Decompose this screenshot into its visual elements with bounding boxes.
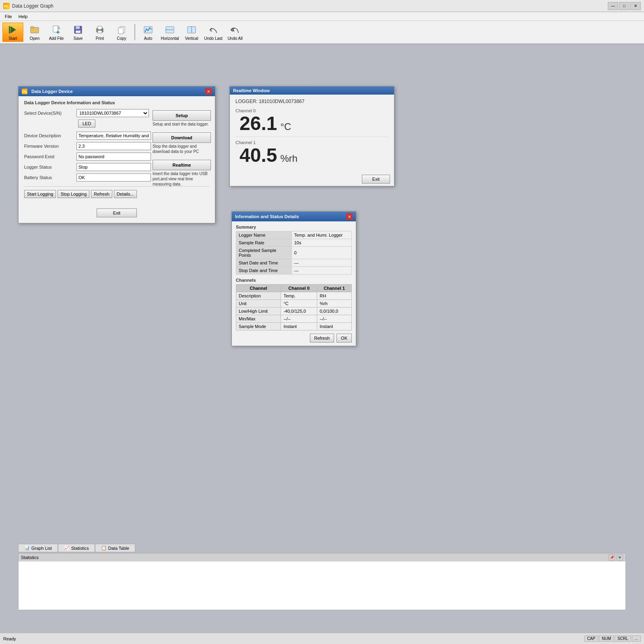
dld-close-button[interactable]: ✕: [205, 88, 212, 95]
isd-close-button[interactable]: ✕: [346, 213, 353, 220]
download-description: Stop the data logger and download data t…: [153, 144, 211, 154]
add-file-icon: [51, 24, 62, 35]
realtime-button[interactable]: Realtime: [153, 160, 211, 170]
close-button[interactable]: ✕: [630, 2, 641, 10]
toolbar-add-file[interactable]: Add File: [46, 23, 67, 42]
device-description-label: Device Description: [24, 133, 76, 138]
toolbar-save[interactable]: Save: [68, 23, 89, 42]
setup-group: Setup Setup and start the data logger.: [153, 110, 211, 127]
stats-title: Statistics: [21, 555, 39, 560]
minimize-button[interactable]: —: [608, 2, 618, 10]
start-date-label: Start Date and Time: [236, 259, 292, 267]
rt-titlebar: Realtime Window: [230, 87, 394, 95]
stop-date-label: Stop Date and Time: [236, 267, 292, 275]
channel-table: Channel Channel 0 Channel 1 Description …: [236, 284, 352, 330]
start-logging-button[interactable]: Start Logging: [24, 190, 56, 198]
rt-title: Realtime Window: [233, 88, 270, 93]
stats-close-button[interactable]: ✕: [617, 554, 623, 561]
isd-content: Summary Logger Name Temp. and Humi. Logg…: [232, 221, 356, 346]
num-indicator: NUM: [599, 636, 614, 642]
menu-help[interactable]: Help: [15, 13, 31, 20]
svg-marker-6: [58, 26, 60, 29]
isd-ok-button[interactable]: OK: [336, 334, 352, 343]
toolbar-horizontal[interactable]: Horizontal: [159, 23, 180, 42]
svg-rect-3: [31, 27, 34, 28]
details-button[interactable]: Details...: [114, 190, 137, 198]
sample-rate-label: Sample Rate: [236, 239, 292, 247]
horizontal-icon: [164, 24, 175, 35]
toolbar-undo-all[interactable]: Undo All: [225, 23, 246, 42]
rt-content: LOGGER: 181010DWL0073867 Channel 0 26.1 …: [230, 95, 394, 172]
logger-status-field[interactable]: [76, 163, 151, 171]
start-icon: [7, 24, 19, 35]
ch1-unit: %rh: [317, 300, 352, 308]
device-select-label: Select Device(S/N): [24, 111, 76, 116]
channel-1-header: Channel 1: [317, 285, 352, 292]
status-bar: Ready CAP NUM SCRL ...: [0, 633, 644, 644]
menu-file[interactable]: File: [2, 13, 15, 20]
setup-description: Setup and start the data logger.: [153, 122, 211, 127]
table-row: Unit °C %rh: [236, 300, 352, 308]
open-icon: [29, 24, 40, 35]
undo-last-icon: [208, 24, 219, 35]
ch0-low-high: -40,0/125,0: [281, 308, 317, 315]
rt-channel-1-unit: %rh: [280, 153, 297, 164]
toolbar-vertical[interactable]: Vertical: [181, 23, 202, 42]
battery-status-field[interactable]: [76, 173, 151, 182]
toolbar-undo-last[interactable]: Undo Last: [203, 23, 224, 42]
copy-icon: [116, 24, 127, 35]
table-row: Logger Name Temp. and Humi. Logger: [236, 231, 352, 239]
menu-bar: File Help: [0, 12, 644, 21]
window-controls: — □ ✕: [608, 2, 641, 10]
channel-col-header: Channel: [236, 285, 281, 292]
toolbar-print[interactable]: Print: [89, 23, 110, 42]
table-row: Stop Date and Time ---: [236, 267, 352, 275]
status-indicators: CAP NUM SCRL ...: [584, 636, 641, 642]
completed-sample-points-label: Completed Sample Points: [236, 247, 292, 259]
toolbar-copy[interactable]: Copy: [111, 23, 132, 42]
table-row: Start Date and Time ---: [236, 259, 352, 267]
realtime-group: Realtime Insert the data logger into USB…: [153, 160, 211, 187]
led-button[interactable]: LED: [78, 120, 95, 128]
summary-header: Summary: [236, 225, 352, 229]
maximize-button[interactable]: □: [619, 2, 630, 10]
data-table-icon: 📋: [101, 545, 107, 551]
device-select[interactable]: 181010DWL0073867: [76, 109, 149, 117]
bottom-tabs: 📊 Graph List 📈 Statistics 📋 Data Table: [18, 544, 135, 552]
setup-button[interactable]: Setup: [153, 110, 211, 121]
channels-header: Channels: [236, 278, 352, 283]
statistics-icon: 📈: [64, 545, 70, 551]
dld-titlebar: DL Data Logger Device ✕: [19, 87, 215, 96]
device-description-field[interactable]: [76, 132, 151, 140]
scrl-indicator: SCRL: [615, 636, 631, 642]
toolbar-start[interactable]: Start: [2, 23, 23, 42]
graph-list-label: Graph List: [31, 546, 52, 551]
toolbar-separator-1: [134, 24, 135, 40]
tab-graph-list[interactable]: 📊 Graph List: [18, 544, 58, 552]
vertical-icon: [186, 24, 197, 35]
sample-rate-value: 10s: [291, 239, 351, 247]
stats-pin-button[interactable]: 📌: [609, 554, 615, 561]
tab-data-table[interactable]: 📋 Data Table: [95, 544, 135, 552]
dld-exit-button[interactable]: Exit: [97, 208, 137, 217]
dld-dialog: DL Data Logger Device ✕ Data Logger Devi…: [18, 86, 215, 223]
rt-exit-button[interactable]: Exit: [362, 175, 390, 184]
channel-0-header: Channel 0: [281, 285, 317, 292]
download-button[interactable]: Download: [153, 132, 211, 143]
password-exist-field[interactable]: [76, 153, 151, 161]
toolbar-auto[interactable]: Auto: [138, 23, 159, 42]
svg-rect-1: [9, 26, 10, 33]
realtime-dialog: Realtime Window LOGGER: 181010DWL0073867…: [229, 86, 394, 186]
isd-refresh-button[interactable]: Refresh: [310, 334, 334, 343]
rt-channel-0-unit: °C: [280, 121, 291, 132]
firmware-version-field[interactable]: [76, 142, 151, 150]
tab-statistics[interactable]: 📈 Statistics: [58, 544, 95, 552]
ch0-description: Temp.: [281, 292, 317, 300]
table-row: Sample Rate 10s: [236, 239, 352, 247]
ch1-low-high: 0,0/100,0: [317, 308, 352, 315]
dld-refresh-button[interactable]: Refresh: [91, 190, 112, 198]
toolbar-open[interactable]: Open: [24, 23, 45, 42]
svg-rect-13: [98, 26, 102, 29]
stop-logging-button[interactable]: Stop Logging: [58, 190, 89, 198]
rt-channel-0-value-row: 26.1 °C: [235, 114, 388, 133]
